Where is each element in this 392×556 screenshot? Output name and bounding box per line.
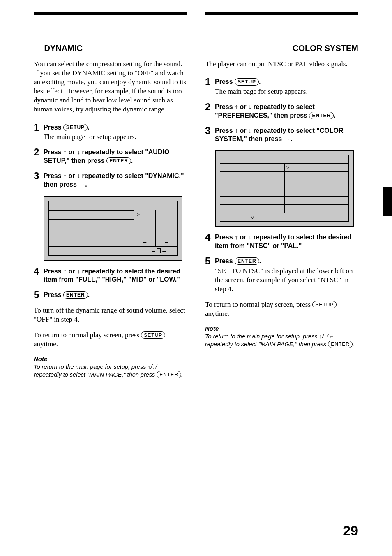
step-head: Press SETUP. xyxy=(44,123,187,132)
para-text: To return to normal play screen, press xyxy=(205,301,312,308)
para-text: To return to normal play screen, press xyxy=(34,331,141,339)
note-heading: Note xyxy=(34,355,187,362)
step-text: Press xyxy=(44,291,63,298)
step-2-left: 2 Press ↑ or ↓ repeatedly to select "AUD… xyxy=(34,148,187,165)
step-head: Press ↑ or ↓ repeatedly to select "COLOR… xyxy=(215,127,358,144)
step-head: Press ↑ or ↓ repeatedly to select the de… xyxy=(215,233,358,250)
step-number: 5 xyxy=(205,255,210,267)
setup-button-label: SETUP xyxy=(235,78,259,86)
right-column: — COLOR SYSTEM The player can output NTS… xyxy=(205,39,358,379)
step-1-left: 1 Press SETUP. The main page for setup a… xyxy=(34,123,187,142)
step-2-right: 2 Press ↑ or ↓ repeatedly to select "PRE… xyxy=(205,103,358,120)
step-text: . xyxy=(88,124,89,131)
step-text: Press xyxy=(215,78,235,85)
note-text: . xyxy=(181,371,183,378)
enter-button-label: ENTER xyxy=(63,291,88,299)
column-rule-left xyxy=(34,12,187,15)
step-head: Press ↑ or ↓ repeatedly to select "AUDIO… xyxy=(44,148,187,165)
step-body: The main page for setup appears. xyxy=(215,87,358,96)
step-head: Press ↑ or ↓ repeatedly to select "DYNAM… xyxy=(44,172,187,189)
down-triangle-icon: ▽ xyxy=(220,213,284,220)
step-head: Press ENTER. xyxy=(44,291,187,299)
step-text: . xyxy=(259,257,261,264)
step-number: 2 xyxy=(205,101,210,113)
heading-color-system: — COLOR SYSTEM xyxy=(205,44,358,53)
step-4-right: 4 Press ↑ or ↓ repeatedly to select the … xyxy=(205,233,358,250)
step-number: 1 xyxy=(205,76,210,88)
column-rule-right xyxy=(205,12,358,15)
page-number: 29 xyxy=(343,523,358,539)
step-text: . xyxy=(259,78,261,85)
dynamic-menu-screenshot: ▷ –– –– –– –– –– xyxy=(44,196,182,261)
note-text: To return to the main page for setup, pr… xyxy=(205,333,334,348)
step-3-right: 3 Press ↑ or ↓ repeatedly to select "COL… xyxy=(205,127,358,144)
step-text: Press xyxy=(215,257,235,264)
thumb-index-tab xyxy=(383,187,392,216)
enter-button-label: ENTER xyxy=(235,257,259,265)
step-head: Press ↑ or ↓ repeatedly to select the de… xyxy=(44,267,187,285)
step-number: 2 xyxy=(34,146,39,158)
step-3-left: 3 Press ↑ or ↓ repeatedly to select "DYN… xyxy=(34,172,187,189)
step-5-left: 5 Press ENTER. xyxy=(34,291,187,299)
note-heading: Note xyxy=(205,325,358,332)
enter-button-label: ENTER xyxy=(106,157,131,164)
step-body: The main page for setup appears. xyxy=(44,132,187,141)
note-text: . xyxy=(353,341,354,348)
enter-button-label: ENTER xyxy=(309,112,334,119)
step-text: . xyxy=(88,291,90,298)
step-5-right: 5 Press ENTER. "SET TO NTSC" is displaye… xyxy=(205,257,358,294)
step-1-right: 1 Press SETUP. The main page for setup a… xyxy=(205,78,358,96)
step-body: "SET TO NTSC" is displayed at the lower … xyxy=(215,266,358,294)
step-text: Press ↑ or ↓ repeatedly to select "PREFE… xyxy=(215,103,315,119)
step-number: 4 xyxy=(205,232,210,243)
setup-button-label: SETUP xyxy=(63,124,88,131)
note-text: To return to the main page for setup, pr… xyxy=(34,364,163,378)
step-number: 1 xyxy=(34,122,39,133)
setup-button-label: SETUP xyxy=(141,331,165,339)
right-triangle-icon: ▷ xyxy=(136,211,140,218)
step-head: Press ENTER. xyxy=(215,257,358,266)
para-return-right: To return to normal play screen, press S… xyxy=(205,300,358,318)
para-return: To return to normal play screen, press S… xyxy=(34,331,187,349)
para-text: anytime. xyxy=(205,310,229,317)
step-number: 4 xyxy=(34,266,39,277)
color-system-menu-screenshot: ▷ ▽ xyxy=(215,150,354,227)
step-text: . xyxy=(131,157,133,164)
step-head: Press SETUP. xyxy=(215,78,358,86)
step-number: 5 xyxy=(34,289,39,301)
step-head: Press ↑ or ↓ repeatedly to select "PREFE… xyxy=(215,103,358,120)
step-text: . xyxy=(334,112,335,119)
enter-button-label: ENTER xyxy=(157,371,181,378)
intro-color-system: The player can output NTSC or PAL video … xyxy=(205,60,358,69)
step-4-left: 4 Press ↑ or ↓ repeatedly to select the … xyxy=(34,267,187,285)
setup-button-label: SETUP xyxy=(312,301,337,308)
step-number: 3 xyxy=(205,125,210,137)
para-off: To turn off the dynamic range of sound v… xyxy=(34,306,187,324)
para-text: anytime. xyxy=(34,340,58,348)
step-number: 3 xyxy=(34,170,39,182)
note-body-right: To return to the main page for setup, pr… xyxy=(205,333,358,348)
right-triangle-icon: ▷ xyxy=(286,164,289,171)
intro-dynamic: You can select the compression setting f… xyxy=(34,60,187,114)
note-body: To return to the main page for setup, pr… xyxy=(34,363,187,379)
heading-dynamic: — DYNAMIC xyxy=(34,44,187,53)
step-text: Press xyxy=(44,124,63,131)
left-column: — DYNAMIC You can select the compression… xyxy=(34,39,187,379)
enter-button-label: ENTER xyxy=(328,341,353,348)
